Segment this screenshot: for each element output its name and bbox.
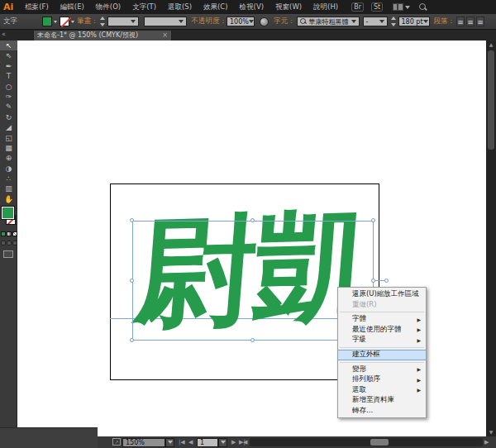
chevron-down-icon[interactable] bbox=[131, 20, 136, 23]
chevron-down-icon[interactable] bbox=[379, 20, 384, 23]
scroll-down-icon[interactable]: ▼ bbox=[486, 428, 496, 436]
zoom-level-field[interactable]: 150% bbox=[122, 438, 165, 447]
font-style-field[interactable]: - bbox=[363, 17, 388, 26]
pen-tool[interactable]: ✒ bbox=[0, 61, 17, 71]
hand-tool[interactable]: ✋ bbox=[0, 194, 17, 204]
context-menu-item-create-outlines[interactable]: 建立外框 bbox=[338, 350, 426, 360]
gradient-button[interactable] bbox=[7, 231, 12, 236]
symbol-sprayer-tool[interactable]: ∴ bbox=[0, 174, 17, 183]
color-button[interactable] bbox=[1, 231, 6, 236]
selection-handle-outer-right[interactable] bbox=[384, 279, 389, 283]
menu-file[interactable]: 檔案(F) bbox=[19, 0, 55, 14]
draw-normal-button[interactable] bbox=[1, 241, 6, 245]
character-link[interactable]: 字元： bbox=[274, 17, 295, 26]
scale-tool[interactable]: ◢ bbox=[0, 122, 17, 132]
selection-handle-bottom-left[interactable] bbox=[130, 338, 134, 342]
chevron-down-icon[interactable] bbox=[423, 20, 428, 23]
fill-color-swatch[interactable] bbox=[42, 17, 52, 26]
chevron-down-icon[interactable] bbox=[179, 20, 184, 23]
column-graph-tool[interactable]: ▥ bbox=[0, 183, 17, 193]
stock-button[interactable]: St bbox=[371, 2, 383, 12]
workspace-switcher-icon[interactable] bbox=[393, 3, 403, 11]
document-tab[interactable]: 未命名-1* @ 150% (CMYK/預視) × bbox=[33, 30, 172, 41]
shape-builder-tool[interactable]: ◱ bbox=[0, 133, 17, 143]
menu-effect[interactable]: 效果(C) bbox=[198, 0, 234, 14]
collapse-panel-icon[interactable]: « bbox=[2, 30, 6, 40]
context-menu-item-select[interactable]: 選取▶ bbox=[338, 385, 426, 396]
zoom-dropdown-button[interactable] bbox=[165, 438, 174, 447]
paragraph-link[interactable]: 段落： bbox=[434, 17, 455, 26]
previous-artboard-button[interactable]: ◀ bbox=[188, 438, 193, 446]
context-menu-item-size[interactable]: 字級▶ bbox=[338, 335, 426, 346]
paintbrush-tool[interactable]: ✑ bbox=[0, 92, 17, 102]
selection-handle-top-left[interactable] bbox=[130, 218, 134, 222]
first-artboard-button[interactable]: |◀ bbox=[179, 438, 185, 446]
selection-handle-mid-left[interactable] bbox=[130, 279, 134, 283]
align-right-button[interactable]: ≡ bbox=[476, 17, 484, 26]
align-left-button[interactable]: ≡ bbox=[456, 17, 465, 26]
selection-handle-bottom-mid[interactable] bbox=[250, 338, 255, 342]
next-artboard-button[interactable]: ▶ bbox=[231, 438, 236, 446]
horizontal-scrollbar-thumb[interactable] bbox=[370, 439, 389, 446]
menu-view[interactable]: 檢視(V) bbox=[234, 0, 269, 14]
artboard-dropdown-button[interactable] bbox=[218, 438, 227, 447]
selection-handle-mid-right[interactable] bbox=[371, 279, 375, 283]
scroll-left-icon[interactable]: ◀ bbox=[243, 438, 247, 446]
stroke-weight-stepper[interactable] bbox=[100, 17, 106, 26]
opacity-field[interactable]: 100% bbox=[227, 17, 255, 26]
selection-handle-top-right[interactable] bbox=[371, 218, 375, 222]
align-center-button[interactable]: ≡ bbox=[466, 17, 475, 26]
context-menu-item-undo[interactable]: 還原(U)縮放工作區域 bbox=[338, 289, 426, 300]
bridge-button[interactable]: Br bbox=[351, 2, 364, 12]
draw-behind-button[interactable] bbox=[7, 241, 12, 245]
artboard-number-field[interactable]: 1 bbox=[197, 438, 218, 447]
scroll-up-icon[interactable]: ▲ bbox=[486, 41, 496, 49]
stroke-weight-field[interactable] bbox=[107, 17, 139, 26]
variable-width-profile-field[interactable] bbox=[144, 17, 187, 26]
stroke-color-swatch[interactable] bbox=[60, 17, 69, 26]
fill-swatch[interactable] bbox=[1, 206, 15, 220]
menu-edit[interactable]: 編輯(E) bbox=[55, 0, 90, 14]
font-family-field[interactable]: 華康特粗黑體 bbox=[297, 17, 360, 26]
direct-selection-tool[interactable]: ⇖ bbox=[0, 50, 17, 60]
vertical-scrollbar-thumb[interactable] bbox=[488, 50, 494, 150]
ellipse-tool[interactable]: ○ bbox=[0, 82, 17, 92]
type-tool[interactable]: T bbox=[0, 71, 17, 81]
menu-type[interactable]: 文字(T) bbox=[126, 0, 162, 14]
eyedropper-tool[interactable]: ⊕ bbox=[0, 153, 17, 163]
context-menu-item-recent-fonts[interactable]: 最近使用的字體▶ bbox=[338, 325, 426, 336]
context-menu-item-export[interactable]: 轉存... bbox=[338, 406, 426, 417]
search-icon[interactable] bbox=[418, 2, 427, 12]
context-menu-item-font[interactable]: 字體▶ bbox=[338, 314, 426, 325]
rotate-tool[interactable]: ↻ bbox=[0, 112, 17, 122]
menu-help[interactable]: 說明(H) bbox=[308, 0, 344, 14]
blend-tool[interactable]: ◑ bbox=[0, 164, 17, 174]
chevron-down-icon[interactable] bbox=[405, 6, 410, 9]
graphic-style-icon[interactable] bbox=[260, 17, 269, 26]
selection-handle-top-mid[interactable] bbox=[250, 218, 255, 222]
close-tab-icon[interactable]: × bbox=[159, 31, 168, 41]
context-menu-item-transform[interactable]: 變形▶ bbox=[338, 365, 426, 375]
menu-window[interactable]: 視窗(W) bbox=[269, 0, 308, 14]
vertical-scrollbar[interactable]: ▲ ▼ bbox=[486, 41, 496, 436]
mesh-tool[interactable]: ▦ bbox=[0, 143, 17, 153]
menu-select[interactable]: 選取(S) bbox=[162, 0, 198, 14]
font-size-stepper[interactable] bbox=[391, 17, 397, 26]
context-menu-item-add-to-library[interactable]: 新增至資料庫 bbox=[338, 395, 426, 406]
selection-tool[interactable]: ↖ bbox=[0, 41, 17, 50]
stroke-link[interactable]: 筆畫： bbox=[77, 17, 98, 26]
stroke-dropdown-icon[interactable] bbox=[71, 21, 74, 23]
horizontal-scrollbar[interactable] bbox=[250, 438, 483, 446]
font-size-field[interactable]: 180 pt bbox=[398, 17, 430, 26]
canvas[interactable]: 尉凱 還原(U)縮放工作區域 重做(R) 字體▶ 最近使用的字體▶ 字級▶ 建立… bbox=[17, 41, 486, 436]
opacity-link[interactable]: 不透明度： bbox=[192, 17, 227, 26]
chevron-down-icon[interactable] bbox=[351, 20, 356, 23]
menu-object[interactable]: 物件(O) bbox=[90, 0, 126, 14]
export-icon[interactable]: ↗ bbox=[112, 438, 121, 446]
scroll-right-icon[interactable]: ▶ bbox=[484, 438, 489, 446]
pencil-tool[interactable]: ✎ bbox=[0, 102, 17, 112]
context-menu-item-arrange[interactable]: 排列順序▶ bbox=[338, 374, 426, 385]
fill-dropdown-icon[interactable] bbox=[54, 21, 57, 23]
chevron-down-icon[interactable] bbox=[249, 20, 254, 23]
screen-mode-button[interactable] bbox=[3, 250, 13, 258]
